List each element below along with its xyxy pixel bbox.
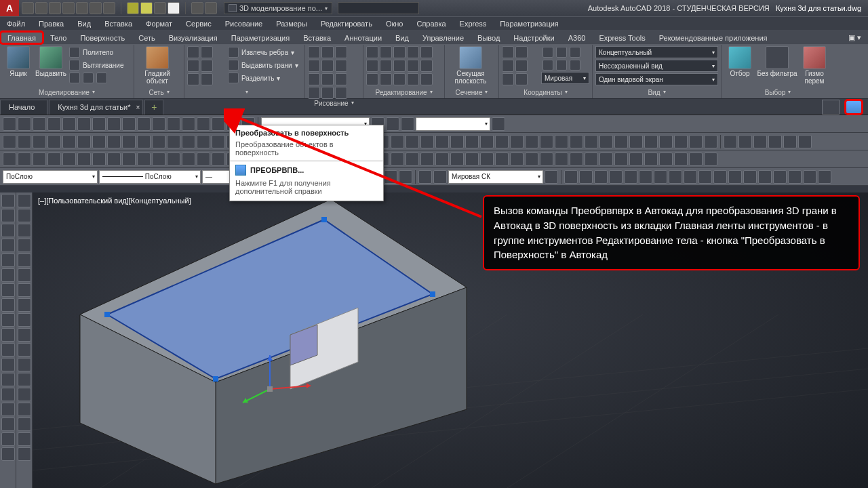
mod-icon[interactable] — [393, 60, 406, 72]
draw-icon[interactable] — [335, 87, 347, 99]
tool-icon[interactable] — [197, 152, 210, 166]
tool-icon[interactable] — [167, 117, 180, 131]
tool-icon[interactable] — [77, 152, 91, 166]
tool-icon[interactable] — [433, 170, 447, 184]
tool-icon[interactable] — [728, 170, 742, 184]
ucs-icon[interactable] — [556, 60, 567, 70]
tool-icon[interactable] — [391, 152, 404, 166]
tab-solid[interactable]: Тело — [43, 32, 74, 44]
vtool-icon[interactable] — [1, 388, 15, 401]
panel-view-title[interactable]: Вид — [595, 88, 718, 98]
tool-icon[interactable] — [758, 170, 772, 184]
gizmo-button[interactable]: Гизмо перем — [799, 46, 830, 88]
tool-icon[interactable] — [212, 135, 225, 148]
ucs-select-combo[interactable]: Мировая СК — [448, 170, 543, 184]
layer-combo[interactable]: ПоСлою — [3, 170, 98, 184]
light-icon[interactable] — [127, 2, 139, 14]
tool-icon[interactable] — [798, 135, 812, 148]
square-icon[interactable] — [167, 2, 180, 14]
tool-icon[interactable] — [659, 135, 673, 148]
tool-icon[interactable] — [182, 152, 195, 166]
vtool-icon[interactable] — [18, 432, 31, 446]
ucs-icon[interactable] — [502, 46, 514, 58]
tool-icon[interactable] — [614, 135, 628, 148]
tool-icon[interactable] — [540, 152, 553, 166]
mod-icon[interactable] — [407, 60, 419, 72]
vtool-icon[interactable] — [1, 253, 15, 267]
extract-edges-button[interactable]: Извлечь ребра ▾ — [226, 46, 302, 58]
tool-icon[interactable] — [18, 117, 31, 131]
ucs-icon[interactable] — [515, 46, 528, 58]
tool-icon[interactable] — [152, 152, 165, 166]
tool-icon[interactable] — [465, 152, 479, 166]
tool-icon[interactable] — [654, 170, 667, 184]
visual-style-combo[interactable]: Концептуальный — [595, 46, 718, 58]
app-logo[interactable]: A — [0, 0, 19, 16]
menu-parametric[interactable]: Параметризация — [493, 20, 565, 28]
menu-modify[interactable]: Редактировать — [314, 20, 379, 28]
ucs-icon[interactable] — [502, 73, 514, 85]
mod-icon[interactable] — [380, 46, 392, 58]
ucs-combo[interactable]: Мировая — [541, 72, 589, 84]
tool-icon[interactable] — [599, 135, 613, 148]
vtool-icon[interactable] — [1, 432, 15, 446]
tool-icon[interactable] — [644, 152, 658, 166]
share-icon[interactable] — [191, 2, 203, 14]
mod-icon[interactable] — [366, 60, 378, 72]
tab-output[interactable]: Вывод — [471, 32, 507, 44]
tab-document[interactable]: Кухня 3d для статьи*× — [49, 100, 143, 115]
tool-icon[interactable] — [510, 152, 524, 166]
tool-icon[interactable] — [3, 135, 16, 148]
menu-edit[interactable]: Правка — [32, 20, 71, 28]
saved-view-combo[interactable]: Несохраненный вид — [595, 60, 718, 72]
tool-icon[interactable] — [629, 135, 643, 148]
draw-icon[interactable] — [321, 60, 334, 72]
vtool-icon[interactable] — [1, 239, 15, 252]
tool-icon[interactable] — [818, 170, 831, 184]
vtool-icon[interactable] — [1, 447, 15, 461]
tool-icon[interactable] — [137, 152, 151, 166]
box-button[interactable]: Ящик — [3, 46, 34, 88]
tool-icon[interactable] — [107, 135, 121, 148]
tool-icon[interactable] — [420, 152, 434, 166]
tool-icon[interactable] — [167, 152, 180, 166]
tool-icon[interactable] — [137, 117, 151, 131]
mod-icon[interactable] — [393, 73, 406, 85]
tool-icon[interactable] — [704, 152, 717, 166]
tool-icon[interactable] — [609, 170, 623, 184]
vtool-icon[interactable] — [1, 328, 15, 342]
smooth-object-button[interactable]: Гладкий объект — [137, 46, 178, 88]
menu-file[interactable]: Файл — [0, 20, 32, 28]
tool-icon[interactable] — [122, 152, 136, 166]
tool-icon[interactable] — [545, 170, 558, 184]
mod-icon[interactable] — [407, 46, 419, 58]
nofilter-button[interactable]: Без фильтра — [757, 46, 797, 88]
separate-button[interactable]: Разделить ▾ — [226, 72, 302, 84]
tool-icon[interactable] — [182, 117, 195, 131]
qat-new-icon[interactable] — [22, 2, 34, 14]
tool-icon[interactable] — [107, 152, 121, 166]
draw-icon[interactable] — [335, 46, 347, 58]
mod-icon[interactable] — [393, 46, 406, 58]
draw-icon[interactable] — [308, 87, 320, 99]
polysolid-button[interactable]: Политело — [68, 46, 131, 58]
tool-icon[interactable] — [122, 117, 136, 131]
modeling-more[interactable] — [68, 72, 131, 84]
mod-icon[interactable] — [420, 73, 433, 85]
tool-icon[interactable] — [783, 135, 797, 148]
tab-visualize[interactable]: Визуализация — [162, 32, 224, 44]
tool-icon[interactable] — [391, 135, 404, 148]
tool-icon[interactable] — [152, 117, 165, 131]
panel-solid-edit-title[interactable] — [187, 88, 302, 98]
tool-icon[interactable] — [3, 117, 16, 131]
tab-express[interactable]: Express Tools — [592, 32, 652, 44]
vtool-icon[interactable] — [18, 447, 31, 461]
tool-icon[interactable] — [435, 135, 449, 148]
vtool-icon[interactable] — [1, 268, 15, 282]
tool-icon[interactable] — [555, 152, 568, 166]
vtool-icon[interactable] — [18, 253, 31, 267]
tab-annotate[interactable]: Аннотации — [338, 32, 389, 44]
tool-icon[interactable] — [753, 135, 767, 148]
tool-icon[interactable] — [594, 170, 608, 184]
section-plane-button[interactable]: Секущая плоскость — [448, 46, 494, 88]
